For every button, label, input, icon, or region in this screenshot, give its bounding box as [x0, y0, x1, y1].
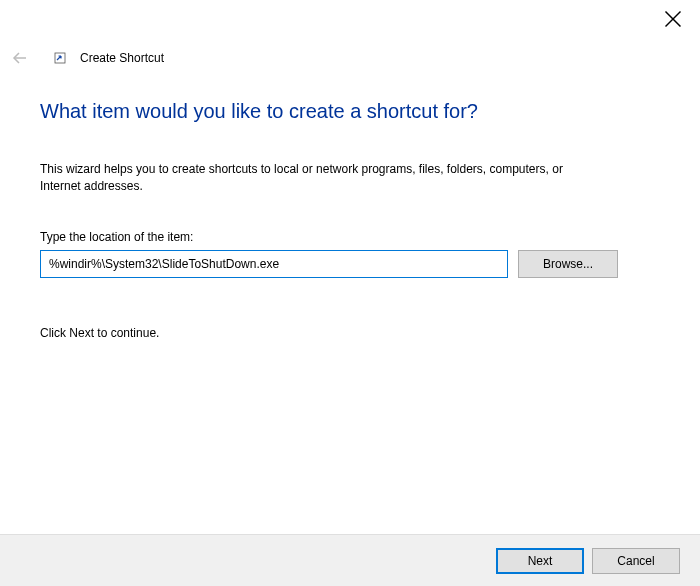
- shortcut-icon: [52, 50, 68, 66]
- close-icon: [664, 10, 682, 28]
- window-title: Create Shortcut: [80, 51, 164, 65]
- back-button: [10, 48, 30, 68]
- svg-rect-3: [55, 53, 65, 63]
- continue-instruction: Click Next to continue.: [40, 326, 640, 340]
- location-input[interactable]: [40, 250, 508, 278]
- header-row: Create Shortcut: [10, 48, 690, 68]
- input-label: Type the location of the item:: [40, 230, 640, 244]
- back-arrow-icon: [11, 49, 29, 67]
- content-area: What item would you like to create a sho…: [40, 100, 640, 340]
- page-heading: What item would you like to create a sho…: [40, 100, 640, 123]
- footer-bar: Next Cancel: [0, 534, 700, 586]
- close-button[interactable]: [664, 10, 682, 28]
- input-row: Browse...: [40, 250, 640, 278]
- browse-button[interactable]: Browse...: [518, 250, 618, 278]
- cancel-button[interactable]: Cancel: [592, 548, 680, 574]
- description-text: This wizard helps you to create shortcut…: [40, 161, 600, 196]
- next-button[interactable]: Next: [496, 548, 584, 574]
